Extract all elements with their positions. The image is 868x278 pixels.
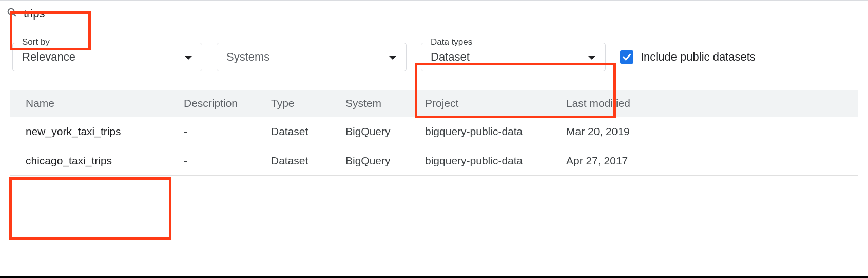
cell-name: chicago_taxi_trips xyxy=(10,146,175,176)
cell-name: new_york_taxi_trips xyxy=(10,117,175,146)
include-public-checkbox[interactable]: Include public datasets xyxy=(620,50,756,64)
header-last-modified: Last modified xyxy=(557,90,858,117)
table-row[interactable]: new_york_taxi_trips - Dataset BigQuery b… xyxy=(10,117,858,146)
checkbox-checked-icon xyxy=(620,50,633,64)
cell-last-modified: Apr 27, 2017 xyxy=(557,146,858,176)
cell-type: Dataset xyxy=(262,117,336,146)
sort-by-label: Sort by xyxy=(19,37,53,47)
data-types-select[interactable]: Data types Dataset xyxy=(421,43,606,71)
table-header: Name Description Type System Project Las… xyxy=(10,90,858,117)
systems-placeholder: Systems xyxy=(226,50,269,64)
chevron-down-icon xyxy=(389,51,397,63)
data-types-label: Data types xyxy=(428,37,475,47)
filter-row: Sort by Relevance Systems Data types Dat… xyxy=(0,27,868,90)
cell-description: - xyxy=(175,146,262,176)
header-system: System xyxy=(336,90,416,117)
data-types-value: Dataset xyxy=(431,50,470,64)
svg-line-1 xyxy=(13,14,16,16)
cell-description: - xyxy=(175,117,262,146)
header-description: Description xyxy=(175,90,262,117)
include-public-label: Include public datasets xyxy=(641,50,756,64)
header-project: Project xyxy=(416,90,557,117)
chevron-down-icon xyxy=(184,51,192,63)
cell-system: BigQuery xyxy=(336,146,416,176)
search-box[interactable] xyxy=(0,4,82,24)
sort-by-value: Relevance xyxy=(22,50,75,64)
sort-by-select[interactable]: Sort by Relevance xyxy=(12,43,202,71)
chevron-down-icon xyxy=(588,51,596,63)
svg-point-0 xyxy=(8,9,14,15)
cell-project: bigquery-public-data xyxy=(416,117,557,146)
search-icon xyxy=(6,7,17,21)
systems-select[interactable]: Systems xyxy=(217,43,407,71)
search-input[interactable] xyxy=(24,7,76,21)
cell-system: BigQuery xyxy=(336,117,416,146)
header-type: Type xyxy=(262,90,336,117)
header-name[interactable]: Name xyxy=(10,90,175,117)
highlight-box xyxy=(9,177,171,240)
table-row[interactable]: chicago_taxi_trips - Dataset BigQuery bi… xyxy=(10,146,858,176)
cell-project: bigquery-public-data xyxy=(416,146,557,176)
cell-type: Dataset xyxy=(262,146,336,176)
cell-last-modified: Mar 20, 2019 xyxy=(557,117,858,146)
search-bar xyxy=(0,0,868,27)
bottom-border xyxy=(0,276,868,278)
results-table: Name Description Type System Project Las… xyxy=(10,90,858,176)
